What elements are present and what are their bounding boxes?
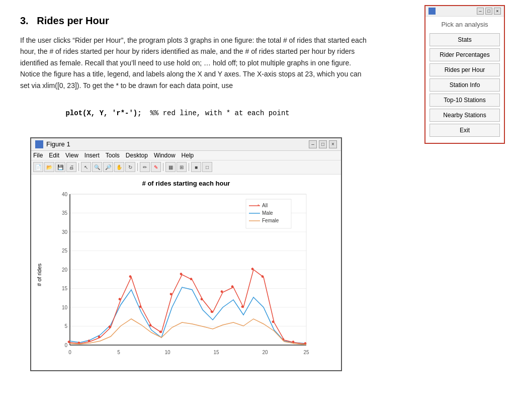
svg-text:*: * xyxy=(201,297,203,302)
tb-sep2 xyxy=(137,163,138,171)
svg-text:*: * xyxy=(180,272,182,277)
figure-close-button[interactable]: × xyxy=(329,140,337,148)
tb-save[interactable]: 💾 xyxy=(55,162,65,172)
menu-view[interactable]: View xyxy=(65,152,78,159)
svg-text:Female: Female xyxy=(262,218,279,223)
sidebar-header: Pick an analysis xyxy=(425,17,504,31)
figure-window: Figure 1 – □ × File Edit View Insert Too… xyxy=(30,137,342,371)
svg-text:20: 20 xyxy=(262,350,268,355)
menu-help[interactable]: Help xyxy=(182,152,194,159)
menu-window[interactable]: Window xyxy=(154,152,176,159)
chart-area: # of rides starting each hour # of rides xyxy=(31,175,341,370)
figure-minimize-button[interactable]: – xyxy=(309,140,317,148)
svg-text:10: 10 xyxy=(62,305,68,310)
tb-brush[interactable]: ✏ xyxy=(140,162,150,172)
chart-svg: 40 35 30 25 20 15 10 5 0 0 5 1 xyxy=(45,189,336,360)
tb-color[interactable]: ✎ xyxy=(151,162,161,172)
svg-text:*: * xyxy=(262,275,264,280)
svg-text:*: * xyxy=(119,297,121,302)
svg-text:All: All xyxy=(262,203,268,208)
tb-sq2[interactable]: □ xyxy=(202,162,212,172)
code-comment: %% red line, with * at each point xyxy=(142,109,290,117)
figure-controls[interactable]: – □ × xyxy=(309,140,337,148)
svg-text:*: * xyxy=(109,325,111,330)
tb-grid1[interactable]: ▦ xyxy=(165,162,176,172)
figure-title-left: Figure 1 xyxy=(35,140,70,148)
rider-percentages-button[interactable]: Rider Percentages xyxy=(430,48,500,61)
svg-text:15: 15 xyxy=(62,286,68,291)
svg-text:*: * xyxy=(231,285,233,290)
y-axis-label: # of rides xyxy=(36,189,45,360)
sidebar-win-btns[interactable]: – □ × xyxy=(477,8,501,15)
svg-text:*: * xyxy=(129,275,131,280)
svg-text:0: 0 xyxy=(64,343,67,348)
tb-zoom-out[interactable]: 🔎 xyxy=(103,162,113,172)
sidebar-title-icons xyxy=(428,8,436,15)
rides-per-hour-button[interactable]: Rides per Hour xyxy=(430,63,500,76)
stats-button[interactable]: Stats xyxy=(430,33,500,46)
main-content: 3. Rides per Hour If the user clicks “Ri… xyxy=(0,0,392,420)
svg-text:Male: Male xyxy=(262,210,273,216)
chart-title: # of rides starting each hour xyxy=(36,180,336,187)
svg-text:30: 30 xyxy=(62,229,68,235)
svg-text:*: * xyxy=(149,323,151,328)
sidebar-maximize-button[interactable]: □ xyxy=(485,8,492,15)
svg-text:20: 20 xyxy=(62,267,68,273)
top-10-stations-button[interactable]: Top-10 Stations xyxy=(430,94,500,107)
sidebar-minimize-button[interactable]: – xyxy=(477,8,484,15)
svg-text:25: 25 xyxy=(303,350,309,355)
svg-text:0: 0 xyxy=(68,350,71,355)
tb-zoom-in[interactable]: 🔍 xyxy=(92,162,102,172)
nearby-stations-button[interactable]: Nearby Stations xyxy=(430,109,500,122)
svg-text:*: * xyxy=(221,290,223,295)
svg-text:40: 40 xyxy=(62,192,68,197)
svg-text:*: * xyxy=(170,292,172,297)
svg-text:5: 5 xyxy=(117,350,120,355)
svg-text:*: * xyxy=(258,203,260,208)
chart-inner: 40 35 30 25 20 15 10 5 0 0 5 1 xyxy=(45,189,336,360)
code-block: plot(X, Y, 'r*-'); %% red line, with * a… xyxy=(40,101,372,125)
svg-text:*: * xyxy=(251,267,253,272)
figure-titlebar: Figure 1 – □ × xyxy=(31,138,341,151)
menu-insert[interactable]: Insert xyxy=(84,152,100,159)
menu-desktop[interactable]: Desktop xyxy=(126,152,148,159)
tb-rotate[interactable]: ↻ xyxy=(125,162,135,172)
tb-sep3 xyxy=(163,163,163,171)
tb-arrow[interactable]: ↖ xyxy=(81,162,91,172)
tb-grid2[interactable]: ⊞ xyxy=(177,162,187,172)
figure-app-icon xyxy=(35,140,43,148)
tb-new[interactable]: 📄 xyxy=(33,162,43,172)
tb-sep1 xyxy=(78,163,79,171)
tb-hand[interactable]: ✋ xyxy=(114,162,124,172)
section-description: If the user clicks “Rider per Hour”, the… xyxy=(20,35,372,91)
figure-maximize-button[interactable]: □ xyxy=(319,140,327,148)
tb-print[interactable]: 🖨 xyxy=(66,162,76,172)
tb-sep4 xyxy=(189,163,189,171)
svg-text:15: 15 xyxy=(213,350,219,355)
section-heading: Rides per Hour xyxy=(37,15,109,26)
menu-edit[interactable]: Edit xyxy=(49,152,59,159)
section-number: 3. xyxy=(20,15,29,26)
tb-sq1[interactable]: ■ xyxy=(191,162,201,172)
chart-container: # of rides xyxy=(36,189,336,360)
sidebar-close-button[interactable]: × xyxy=(494,8,501,15)
svg-text:*: * xyxy=(190,277,192,282)
sidebar-panel: – □ × Pick an analysis Stats Rider Perce… xyxy=(424,5,505,144)
svg-text:*: * xyxy=(292,340,294,345)
section-title: 3. Rides per Hour xyxy=(20,15,372,27)
station-info-button[interactable]: Station Info xyxy=(430,78,500,92)
svg-text:*: * xyxy=(272,320,274,325)
svg-text:25: 25 xyxy=(62,248,68,254)
figure-title-text: Figure 1 xyxy=(46,140,70,148)
svg-text:5: 5 xyxy=(64,323,67,329)
sidebar-app-icon xyxy=(428,8,436,15)
svg-text:*: * xyxy=(78,341,80,346)
svg-text:*: * xyxy=(241,305,243,310)
menu-tools[interactable]: Tools xyxy=(106,152,120,159)
menu-file[interactable]: File xyxy=(33,152,43,159)
svg-text:10: 10 xyxy=(164,350,170,355)
tb-open[interactable]: 📂 xyxy=(44,162,54,172)
exit-button[interactable]: Exit xyxy=(430,124,500,137)
code-text: plot(X, Y, 'r*-'); xyxy=(65,109,141,117)
svg-text:*: * xyxy=(139,305,141,310)
